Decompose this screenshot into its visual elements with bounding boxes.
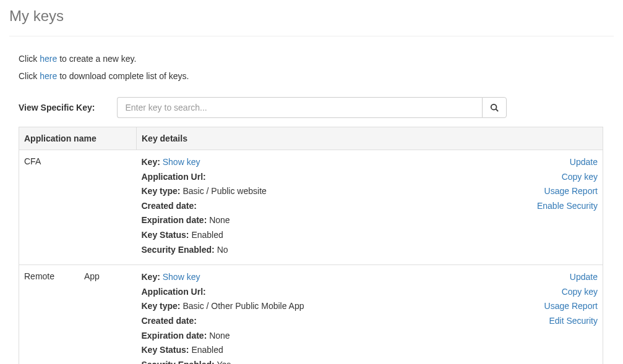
download-keys-link[interactable]: here xyxy=(40,71,57,81)
expiration-value: None xyxy=(209,331,230,341)
status-value: Enabled xyxy=(191,230,223,240)
created-label: Created date: xyxy=(142,201,197,211)
app-name-part1: Remote xyxy=(24,271,54,281)
key-type-label: Key type: xyxy=(142,186,181,196)
security-label: Security Enabled: xyxy=(142,360,215,364)
search-label: View Specific Key: xyxy=(19,103,95,112)
col-key-details: Key details xyxy=(137,127,603,150)
copy-key-link[interactable]: Copy key xyxy=(505,286,598,298)
app-name-cell: CFA xyxy=(19,150,137,265)
search-icon xyxy=(490,103,499,112)
details-left: Key: Show key Application Url: Key type:… xyxy=(142,156,505,258)
actions-col: Update Copy key Usage Report Enable Secu… xyxy=(505,156,598,258)
page-title: My keys xyxy=(9,7,614,25)
create-key-line: Click here to create a new key. xyxy=(19,54,614,64)
details-cell: Key: Show key Application Url: Key type:… xyxy=(137,150,603,265)
expiration-label: Expiration date: xyxy=(142,331,207,341)
security-value: No xyxy=(217,245,228,255)
enable-security-link[interactable]: Enable Security xyxy=(505,200,598,213)
key-label: Key: xyxy=(142,272,160,282)
update-link[interactable]: Update xyxy=(505,156,598,169)
table-row: Remote App Key: Show key Application Url… xyxy=(19,265,603,364)
key-type-value: Basic / Other Public Mobile App xyxy=(183,301,304,311)
download-prefix: Click xyxy=(19,71,40,81)
security-value: Yes xyxy=(217,360,231,364)
search-button[interactable] xyxy=(482,97,507,118)
download-keys-line: Click here to download complete list of … xyxy=(19,71,614,81)
status-label: Key Status: xyxy=(142,230,189,240)
expiration-value: None xyxy=(209,215,230,225)
search-group xyxy=(117,97,507,118)
keys-table: Application name Key details CFA Key: Sh… xyxy=(19,127,603,364)
download-suffix: to download complete list of keys. xyxy=(57,71,189,81)
details-left: Key: Show key Application Url: Key type:… xyxy=(142,271,505,364)
expiration-label: Expiration date: xyxy=(142,215,207,225)
status-value: Enabled xyxy=(191,345,223,355)
update-link[interactable]: Update xyxy=(505,271,598,284)
status-label: Key Status: xyxy=(142,345,189,355)
details-cell: Key: Show key Application Url: Key type:… xyxy=(137,265,603,364)
copy-key-link[interactable]: Copy key xyxy=(505,171,598,184)
app-name-part1: CFA xyxy=(24,156,41,166)
key-type-label: Key type: xyxy=(142,301,181,311)
col-app-name: Application name xyxy=(19,127,137,150)
app-url-label: Application Url: xyxy=(142,172,206,182)
create-prefix: Click xyxy=(19,54,40,64)
show-key-link[interactable]: Show key xyxy=(163,157,200,167)
svg-line-1 xyxy=(496,109,499,112)
usage-report-link[interactable]: Usage Report xyxy=(505,185,598,198)
create-suffix: to create a new key. xyxy=(57,54,136,64)
table-row: CFA Key: Show key Application Url: Key t… xyxy=(19,150,603,265)
show-key-link[interactable]: Show key xyxy=(163,272,200,282)
key-label: Key: xyxy=(142,157,160,167)
app-name-part2: App xyxy=(84,271,100,281)
security-label: Security Enabled: xyxy=(142,245,215,255)
search-input[interactable] xyxy=(117,97,482,118)
app-url-label: Application Url: xyxy=(142,287,206,297)
search-row: View Specific Key: xyxy=(19,97,614,118)
create-key-link[interactable]: here xyxy=(40,54,57,64)
edit-security-link[interactable]: Edit Security xyxy=(505,315,598,328)
svg-point-0 xyxy=(491,104,497,110)
actions-col: Update Copy key Usage Report Edit Securi… xyxy=(505,271,598,364)
app-name-cell: Remote App xyxy=(19,265,137,364)
title-divider xyxy=(9,36,614,36)
key-type-value: Basic / Public website xyxy=(183,186,266,196)
created-label: Created date: xyxy=(142,316,197,326)
usage-report-link[interactable]: Usage Report xyxy=(505,300,598,313)
